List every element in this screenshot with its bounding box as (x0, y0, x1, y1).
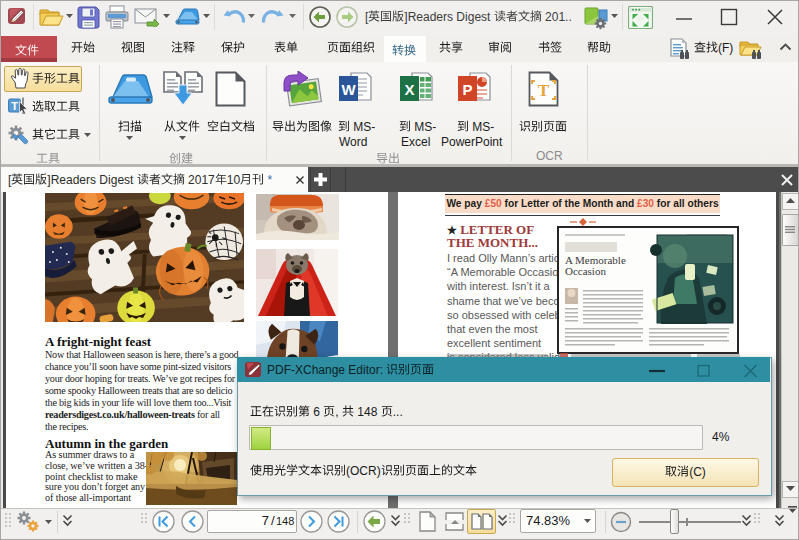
svg-text:X: X (404, 81, 414, 98)
svg-text:W: W (341, 81, 356, 98)
svg-text:T: T (538, 81, 550, 100)
svg-text:T: T (11, 100, 18, 112)
svg-text:P: P (462, 81, 472, 98)
svg-text:Occasion: Occasion (565, 265, 606, 277)
